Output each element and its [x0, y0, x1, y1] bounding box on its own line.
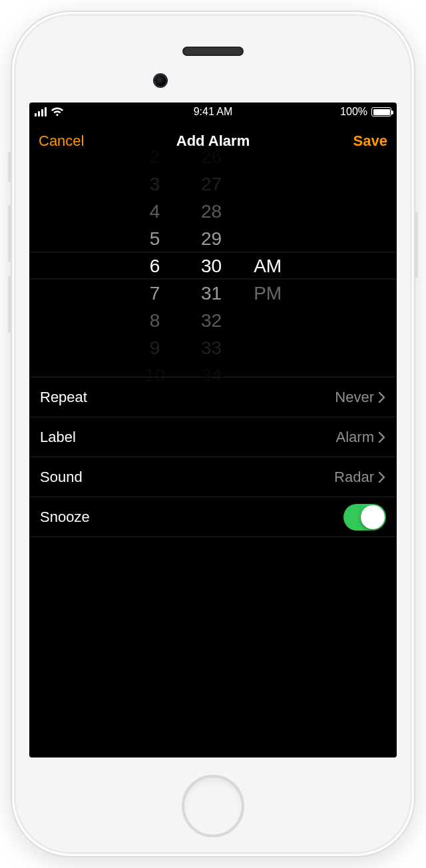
switch-knob	[361, 505, 385, 529]
battery-icon	[371, 107, 391, 116]
snooze-cell: Snooze	[29, 497, 397, 537]
snooze-toggle[interactable]	[343, 504, 386, 531]
label-value: Alarm	[336, 429, 378, 446]
volume-up-button	[8, 205, 12, 262]
hour-picker-wheel[interactable]: 2 3 4 5 6 7 8 9 10	[131, 170, 184, 361]
earpiece-speaker	[184, 48, 242, 55]
chevron-right-icon	[378, 471, 386, 483]
wifi-icon	[51, 107, 64, 116]
cellular-signal-icon	[35, 107, 47, 116]
time-picker[interactable]: 2 3 4 5 6 7 8 9 10 26 27 28 29 30 31	[29, 170, 397, 361]
mute-switch	[8, 152, 12, 182]
minute-option[interactable]: 32	[201, 307, 222, 334]
alarm-settings-list: Repeat Never Label Alarm Sound Radar	[29, 377, 397, 537]
meridiem-picker-wheel[interactable]: . . . . AM PM . . .	[239, 170, 295, 361]
minute-option[interactable]: 27	[201, 170, 222, 198]
chevron-right-icon	[378, 431, 386, 443]
status-time: 9:41 AM	[194, 106, 233, 118]
status-bar: 9:41 AM 100%	[29, 103, 397, 121]
home-button[interactable]	[182, 775, 244, 837]
meridiem-selected[interactable]: AM	[254, 252, 282, 280]
hour-option[interactable]: 8	[150, 307, 160, 334]
sound-value: Radar	[334, 469, 378, 486]
sound-cell[interactable]: Sound Radar	[29, 457, 397, 497]
power-button	[414, 212, 418, 278]
label-cell[interactable]: Label Alarm	[29, 417, 397, 457]
label-label: Label	[40, 429, 336, 446]
minute-selected[interactable]: 30	[201, 252, 222, 280]
front-camera	[154, 75, 166, 87]
hour-selected[interactable]: 6	[150, 252, 160, 280]
volume-down-button	[8, 276, 12, 333]
iphone-device-frame: 9:41 AM 100% Cancel Add Alarm Save 2 3 4	[12, 12, 414, 856]
chevron-right-icon	[378, 391, 386, 403]
minute-option[interactable]: 34	[201, 361, 222, 389]
hour-option[interactable]: 3	[150, 170, 160, 198]
hour-option[interactable]: 9	[150, 334, 160, 361]
hour-option[interactable]: 7	[150, 280, 160, 307]
repeat-label: Repeat	[40, 389, 335, 406]
hour-option[interactable]: 10	[144, 361, 165, 389]
repeat-value: Never	[335, 389, 378, 406]
minute-option[interactable]: 26	[201, 143, 222, 170]
hour-option[interactable]: 4	[150, 198, 160, 225]
meridiem-option[interactable]: PM	[254, 280, 282, 307]
sound-label: Sound	[40, 469, 334, 486]
minute-option[interactable]: 33	[201, 334, 222, 361]
minute-option[interactable]: 31	[201, 280, 222, 307]
battery-percent: 100%	[340, 106, 367, 118]
cancel-button[interactable]: Cancel	[39, 132, 84, 150]
minute-option[interactable]: 28	[201, 198, 222, 225]
hour-option[interactable]: 5	[150, 225, 160, 252]
snooze-label: Snooze	[40, 509, 343, 526]
minute-option[interactable]: 29	[201, 225, 222, 252]
minute-picker-wheel[interactable]: 26 27 28 29 30 31 32 33 34	[184, 170, 239, 361]
screen: 9:41 AM 100% Cancel Add Alarm Save 2 3 4	[29, 103, 397, 758]
hour-option[interactable]: 2	[150, 143, 160, 170]
save-button[interactable]: Save	[353, 132, 387, 150]
